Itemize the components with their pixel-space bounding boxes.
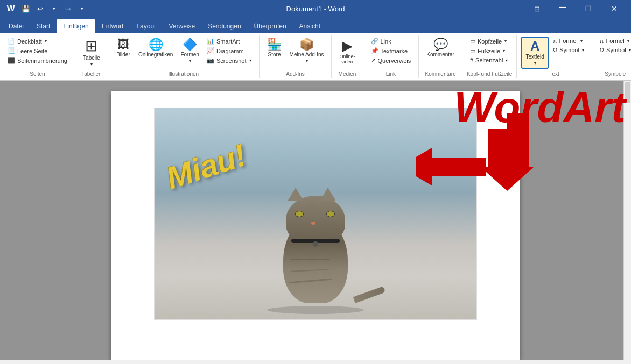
kopfzeile-icon: ▭: [470, 38, 475, 45]
group-medien: ▶ Online-video Medien: [332, 35, 363, 78]
miau-text: Miau!: [163, 139, 250, 194]
window-controls: ⊡ ─ ❐ ✕: [524, 0, 627, 17]
seiten-col: 📄 Deckblatt ▾ 📃 Leere Seite ⬛ Seitennumb…: [4, 37, 71, 65]
tab-sendungen[interactable]: Sendungen: [201, 19, 247, 33]
onlinevideo-button[interactable]: ▶ Online-video: [336, 37, 358, 67]
group-links-label: Link: [368, 70, 415, 78]
vertical-scrollbar[interactable]: [623, 81, 631, 360]
save-icon[interactable]: 💾: [19, 2, 32, 15]
tab-ansicht[interactable]: Ansicht: [293, 19, 327, 33]
document-area: WordArt: [0, 81, 631, 360]
textfeld-icon: A: [530, 40, 539, 53]
tab-einfuegen[interactable]: Einfügen: [57, 19, 95, 33]
smartart-button[interactable]: 📊 SmartArt: [204, 37, 255, 46]
kommentar-button[interactable]: 💬 Kommentar: [423, 37, 458, 60]
seitennumbrierung-button[interactable]: ⬛ Seitennumbrierung: [4, 56, 71, 65]
resize-icon[interactable]: ⊡: [524, 0, 549, 17]
group-tabellen-label: Tabellen: [80, 70, 103, 78]
links-col: 🔗 Link 📌 Textmarke ↗ Querverweis: [368, 37, 415, 65]
link-button[interactable]: 🔗 Link: [368, 37, 415, 46]
fusszeile-icon: ▭: [470, 47, 475, 54]
seitenzahl-icon: #: [470, 57, 473, 63]
text-col2: π Formel ▾ Ω Symbol ▾: [550, 37, 587, 54]
group-links-items: 🔗 Link 📌 Textmarke ↗ Querverweis: [368, 35, 415, 70]
seitennumbrierung-icon: ⬛: [8, 57, 15, 64]
leere-seite-button[interactable]: 📃 Leere Seite: [4, 46, 71, 55]
ribbon-tabs: Datei Start Einfügen Entwurf Layout Verw…: [0, 17, 631, 33]
title-bar: W 💾 ↩ ▾ ↪ ▾ Dokument1 - Word ⊡ ─ ❐ ✕: [0, 0, 631, 17]
leere-seite-icon: 📃: [8, 47, 15, 54]
smartart-icon: 📊: [207, 38, 214, 45]
tabelle-dropdown-icon: ▾: [90, 62, 93, 67]
title-bar-left: W 💾 ↩ ▾ ↪ ▾: [4, 2, 88, 15]
onlinegrafiken-button[interactable]: 🌐 Onlinegrafiken: [135, 37, 176, 60]
fusszeile-button[interactable]: ▭ Fußzeile ▾: [467, 46, 511, 55]
tab-datei[interactable]: Datei: [2, 19, 30, 33]
ribbon-content: 📄 Deckblatt ▾ 📃 Leere Seite ⬛ Seitennumb…: [0, 33, 631, 81]
deckblatt-button[interactable]: 📄 Deckblatt ▾: [4, 37, 71, 46]
textfeld-button[interactable]: A Textfeld ▾: [521, 37, 548, 69]
store-icon: 🏪: [267, 39, 282, 51]
meine-addins-button[interactable]: 📦 Meine Add-Ins ▾: [286, 37, 327, 66]
onlinegrafiken-icon: 🌐: [149, 39, 163, 51]
tab-start[interactable]: Start: [30, 19, 57, 33]
group-kopf-fuss-label: Kopf- und Fußzeile: [467, 70, 513, 78]
seitenzahl-button[interactable]: # Seitenzahl ▾: [467, 56, 511, 65]
group-illustrationen-label: Illustrationen: [113, 70, 255, 78]
bilder-button[interactable]: 🖼 Bilder: [113, 37, 134, 60]
redo-icon[interactable]: ↪: [61, 2, 74, 15]
document-title: Dokument1 - Word: [286, 5, 345, 13]
group-text-label: Text: [521, 70, 587, 78]
minimize-button[interactable]: ─: [550, 0, 575, 17]
customize-qa-icon[interactable]: ▾: [75, 2, 88, 15]
close-button[interactable]: ✕: [602, 0, 627, 17]
group-addins-label: Add-Ins: [264, 70, 327, 78]
meine-addins-icon: 📦: [299, 39, 314, 51]
formen-button[interactable]: 🔷 Formen ▾: [177, 37, 202, 66]
group-kommentare: 💬 Kommentar Kommentare: [419, 35, 462, 78]
screenshot-icon: 📷: [207, 57, 214, 64]
group-kommentare-label: Kommentare: [423, 70, 458, 78]
tab-entwurf[interactable]: Entwurf: [95, 19, 130, 33]
formel2-button[interactable]: π Formel ▾: [597, 37, 631, 45]
scroll-thumb[interactable]: [625, 82, 630, 103]
group-illustrationen: 🖼 Bilder 🌐 Onlinegrafiken 🔷 Formen ▾ 📊 S…: [108, 35, 260, 78]
undo-dropdown-icon[interactable]: ▾: [47, 2, 60, 15]
diagramm-button[interactable]: 📈 Diagramm: [204, 46, 255, 55]
querverweis-button[interactable]: ↗ Querverweis: [368, 56, 415, 65]
group-seiten-items: 📄 Deckblatt ▾ 📃 Leere Seite ⬛ Seitennumb…: [4, 35, 71, 70]
group-tabellen: ⊞ Tabelle ▾ Tabellen: [75, 35, 108, 78]
formel-button[interactable]: π Formel ▾: [550, 37, 587, 45]
tab-verweise[interactable]: Verweise: [162, 19, 201, 33]
kopf-fuss-col: ▭ Kopfzeile ▾ ▭ Fußzeile ▾ # Seitenzahl …: [467, 37, 511, 65]
undo-icon[interactable]: ↩: [33, 2, 46, 15]
group-links: 🔗 Link 📌 Textmarke ↗ Querverweis Link: [363, 35, 419, 78]
symbole-col: π Formel ▾ Ω Symbol ▾: [597, 37, 631, 54]
tab-ueberpruefen[interactable]: Überprüfen: [248, 19, 293, 33]
screenshot-dropdown-icon: ▾: [249, 58, 251, 63]
textmarke-button[interactable]: 📌 Textmarke: [368, 46, 415, 55]
formel2-icon: π: [600, 38, 604, 44]
store-button[interactable]: 🏪 Store: [264, 37, 285, 60]
group-symbole-items: π Formel ▾ Ω Symbol ▾: [597, 35, 631, 70]
group-kopf-fuss: ▭ Kopfzeile ▾ ▭ Fußzeile ▾ # Seitenzahl …: [462, 35, 517, 78]
group-medien-items: ▶ Online-video: [336, 35, 358, 70]
cat-image: Miau!: [154, 108, 477, 320]
word-logo-icon: W: [4, 2, 17, 15]
symbol2-icon: Ω: [600, 47, 604, 53]
kopfzeile-button[interactable]: ▭ Kopfzeile ▾: [467, 37, 511, 46]
group-addins-items: 🏪 Store 📦 Meine Add-Ins ▾: [264, 35, 327, 70]
tabelle-icon: ⊞: [85, 39, 97, 54]
formen-icon: 🔷: [183, 39, 197, 51]
illustrationen-col2: 📊 SmartArt 📈 Diagramm 📷 Screenshot ▾: [204, 37, 255, 65]
symbol-button[interactable]: Ω Symbol ▾: [550, 46, 587, 54]
screenshot-button[interactable]: 📷 Screenshot ▾: [204, 56, 255, 65]
symbol2-button[interactable]: Ω Symbol ▾: [597, 46, 631, 54]
restore-button[interactable]: ❐: [576, 0, 601, 17]
tabelle-button[interactable]: ⊞ Tabelle ▾: [80, 37, 103, 69]
group-kopf-fuss-items: ▭ Kopfzeile ▾ ▭ Fußzeile ▾ # Seitenzahl …: [467, 35, 513, 70]
group-kommentare-items: 💬 Kommentar: [423, 35, 458, 70]
link-icon: 🔗: [371, 38, 378, 45]
tab-layout[interactable]: Layout: [130, 19, 162, 33]
group-text: A Textfeld ▾ π Formel ▾ Ω Symbol ▾: [517, 35, 592, 78]
